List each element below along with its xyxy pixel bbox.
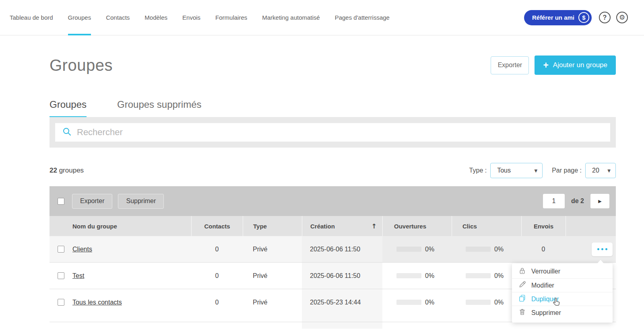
page-total-label: de 2 xyxy=(571,197,584,205)
next-page-button[interactable]: ▶ xyxy=(590,194,609,208)
type-filter-select[interactable]: Tous ▼ xyxy=(490,163,543,178)
row-clicks-cell: 0% xyxy=(452,263,521,289)
header-opens[interactable]: Ouvertures xyxy=(382,216,452,236)
table-row xyxy=(50,322,616,329)
nav-item-forms[interactable]: Formulaires xyxy=(215,0,247,35)
add-group-button[interactable]: + Ajouter un groupe xyxy=(535,56,616,75)
opens-progress-bar xyxy=(396,300,421,305)
tab-groups[interactable]: Groupes xyxy=(50,99,87,118)
row-type-cell: Privé xyxy=(243,289,302,322)
clicks-percent: 0% xyxy=(494,272,504,280)
row-opens-cell: 0% xyxy=(382,263,452,289)
top-navigation: Tableau de bord Groupes Contacts Modèles… xyxy=(0,0,644,35)
opens-percent: 0% xyxy=(425,272,434,280)
group-name-link[interactable]: Clients xyxy=(72,246,92,253)
search-box[interactable] xyxy=(55,123,610,142)
menu-item-label: Modifier xyxy=(531,282,554,289)
next-page-icon: ▶ xyxy=(598,199,601,204)
sort-ascending-icon[interactable]: ↑ xyxy=(372,222,377,230)
row-checkbox[interactable] xyxy=(58,299,64,306)
chevron-down-icon: ▼ xyxy=(534,169,537,173)
row-type-cell: Privé xyxy=(243,263,302,289)
row-checkbox[interactable] xyxy=(58,246,64,253)
group-name-link[interactable]: Test xyxy=(72,272,84,280)
per-page-select[interactable]: 20 ▼ xyxy=(585,163,616,178)
per-page-label: Par page : xyxy=(552,167,582,174)
groups-page: Tableau de bord Groupes Contacts Modèles… xyxy=(0,0,644,329)
row-opens-cell: 0% xyxy=(382,236,452,262)
page-number-input[interactable] xyxy=(543,194,565,208)
row-type-cell: Privé xyxy=(243,236,302,262)
duplicate-icon xyxy=(518,294,526,304)
clicks-progress-bar xyxy=(466,247,491,252)
refer-friend-button[interactable]: Référer un ami $ xyxy=(524,10,592,25)
export-button[interactable]: Exporter xyxy=(491,56,529,74)
header-sends[interactable]: Envois xyxy=(521,216,566,236)
list-filters: Type : Tous ▼ Par page : 20 ▼ xyxy=(469,163,616,178)
row-created-cell: 2025-05-23 14:44 xyxy=(302,289,382,322)
bulk-export-button[interactable]: Exporter xyxy=(72,194,112,209)
header-name[interactable]: Nom du groupe xyxy=(50,216,191,236)
add-group-label: Ajouter un groupe xyxy=(553,61,607,69)
menu-item-label: Supprimer xyxy=(531,309,561,317)
row-clicks-cell: 0% xyxy=(452,289,521,322)
menu-item-lock[interactable]: Verrouiller xyxy=(512,265,613,278)
group-count: 22 groupes xyxy=(50,167,84,175)
opens-progress-bar xyxy=(396,273,421,278)
page-header-actions: Exporter + Ajouter un groupe xyxy=(491,56,616,75)
opens-percent: 0% xyxy=(425,246,434,253)
plus-icon: + xyxy=(543,61,548,70)
header-actions xyxy=(566,216,616,236)
type-filter-label: Type : xyxy=(469,167,487,174)
row-name-cell: Tous les contacts xyxy=(50,289,191,322)
menu-item-delete[interactable]: Supprimer xyxy=(512,306,613,319)
search-input[interactable] xyxy=(77,127,603,138)
ellipsis-icon xyxy=(597,248,607,250)
group-name-link[interactable]: Tous les contacts xyxy=(72,299,122,306)
header-created[interactable]: Création ↑ xyxy=(302,216,382,236)
menu-item-edit[interactable]: Modifier xyxy=(512,278,613,292)
header-clicks[interactable]: Clics xyxy=(452,216,521,236)
row-contacts-cell: 0 xyxy=(191,263,243,289)
header-created-label: Création xyxy=(310,223,335,230)
row-created-cell: 2025-06-06 11:50 xyxy=(302,236,382,262)
lock-icon xyxy=(518,267,526,276)
refer-friend-label: Référer un ami xyxy=(532,14,574,21)
search-icon xyxy=(62,127,71,138)
nav-item-groups[interactable]: Groupes xyxy=(68,0,91,35)
select-all-checkbox[interactable] xyxy=(58,198,64,205)
tab-bar: Groupes Groupes supprimés xyxy=(50,99,232,118)
row-sends-cell: 0 xyxy=(521,236,566,262)
nav-item-dashboard[interactable]: Tableau de bord xyxy=(10,0,53,35)
cursor-pointer-icon xyxy=(551,297,562,308)
list-meta-row: 22 groupes Type : Tous ▼ Par page : 20 ▼ xyxy=(50,162,616,179)
tab-deleted-groups[interactable]: Groupes supprimés xyxy=(117,99,201,118)
nav-item-landing-pages[interactable]: Pages d'atterrissage xyxy=(335,0,390,35)
table-toolbar: Exporter Supprimer de 2 ▶ xyxy=(50,186,616,216)
opens-progress-bar xyxy=(396,247,421,252)
row-contacts-cell: 0 xyxy=(191,289,243,322)
menu-item-duplicate[interactable]: Dupliquer xyxy=(512,292,613,306)
group-count-number: 22 xyxy=(50,167,57,174)
nav-item-campaigns[interactable]: Envois xyxy=(182,0,200,35)
page-title: Groupes xyxy=(50,56,113,74)
row-menu-button[interactable] xyxy=(592,243,613,256)
nav-item-marketing-automation[interactable]: Marketing automatisé xyxy=(262,0,320,35)
clicks-progress-bar xyxy=(466,300,491,305)
header-type[interactable]: Type xyxy=(243,216,302,236)
header-contacts[interactable]: Contacts xyxy=(191,216,243,236)
row-checkbox[interactable] xyxy=(58,272,64,279)
table-row: Clients 0 Privé 2025-06-06 11:50 0% 0% 0 xyxy=(50,236,616,263)
nav-item-contacts[interactable]: Contacts xyxy=(106,0,130,35)
clicks-percent: 0% xyxy=(494,299,504,306)
chevron-down-icon: ▼ xyxy=(607,169,611,173)
nav-item-templates[interactable]: Modèles xyxy=(144,0,167,35)
group-count-label: groupes xyxy=(59,167,84,174)
opens-percent: 0% xyxy=(425,299,434,306)
per-page-value: 20 xyxy=(592,167,599,174)
bulk-delete-button[interactable]: Supprimer xyxy=(118,194,164,209)
gear-icon[interactable]: ⚙ xyxy=(616,12,628,23)
help-icon[interactable]: ? xyxy=(599,12,611,23)
clicks-percent: 0% xyxy=(494,246,504,253)
search-band xyxy=(50,117,616,148)
